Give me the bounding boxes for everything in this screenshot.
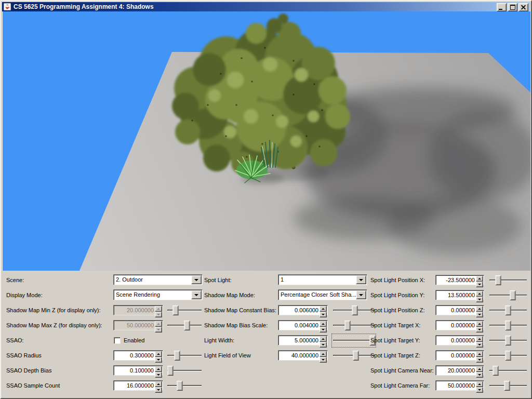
close-icon [521, 5, 526, 10]
spinner-down-button[interactable] [476, 282, 483, 287]
app-window: CS 5625 Programming Assignment 4: Shadow… [0, 0, 532, 399]
slider-thumb[interactable] [495, 275, 501, 285]
slider-thumb[interactable] [504, 381, 510, 391]
spinner-down-button[interactable] [476, 297, 483, 302]
slider-thumb[interactable] [506, 305, 511, 315]
slider-thumb[interactable] [506, 321, 511, 330]
spinner-up-button[interactable] [476, 381, 483, 387]
control-label: Spot Light Position Y: [370, 288, 424, 303]
slider-thumb[interactable] [510, 290, 515, 300]
spinner-down-button[interactable] [476, 357, 483, 363]
spinner-value: 0.000000 [437, 351, 475, 360]
spinner-down-button[interactable] [476, 312, 483, 317]
slider-thumb[interactable] [506, 351, 511, 361]
spinner-value: 13.500000 [437, 290, 475, 300]
spot-light-camera-far-slider[interactable] [489, 380, 527, 391]
spot-light-position-y-slider[interactable] [489, 290, 527, 301]
spinner-down-button[interactable] [476, 342, 483, 348]
control-row: Spot Light Target X: 0.000000 [2, 318, 530, 333]
spinner-up-button[interactable] [476, 321, 483, 327]
spinner-up-button[interactable] [476, 336, 483, 342]
control-label: Spot Light Target X: [370, 318, 420, 333]
spinner-value: 0.000000 [437, 336, 475, 345]
slider-track [489, 295, 527, 296]
spinner-up-button[interactable] [476, 366, 483, 372]
control-label: Spot Light Target Z: [370, 348, 420, 363]
java-coffee-cup-icon [4, 3, 11, 10]
spinner-up-button[interactable] [476, 306, 483, 312]
spot-light-position-y-spinner[interactable]: 13.500000 [435, 290, 484, 300]
spot-light-target-z-slider[interactable] [489, 350, 527, 361]
control-label: Spot Light Camera Near: [370, 363, 434, 378]
spinner-value: 0.000000 [437, 321, 475, 330]
spinner-down-button[interactable] [476, 387, 483, 393]
maximize-icon [510, 5, 515, 10]
control-row: Spot Light Camera Far: 50.000000 [2, 378, 530, 393]
spot-light-target-x-slider[interactable] [489, 320, 527, 331]
spinner-value: 20.000000 [437, 366, 475, 375]
minimize-icon [499, 9, 502, 10]
spot-light-position-z-slider[interactable] [489, 305, 527, 316]
control-label: Spot Light Position X: [370, 273, 425, 288]
control-row: Spot Light Camera Near: 20.000000 [2, 363, 530, 378]
spot-light-target-x-spinner[interactable]: 0.000000 [435, 320, 484, 330]
spot-light-camera-near-slider[interactable] [489, 365, 527, 376]
scene-viewport[interactable] [2, 11, 530, 271]
control-label: Spot Light Camera Far: [370, 378, 430, 393]
minimize-button[interactable] [497, 3, 507, 11]
control-label: Spot Light Position Z: [370, 303, 425, 318]
spinner-up-button[interactable] [476, 291, 483, 297]
spot-light-position-x-spinner[interactable]: -23.500000 [435, 275, 484, 285]
spinner-up-button[interactable] [476, 276, 483, 282]
control-row: Spot Light Target Y: 0.000000 [2, 333, 530, 348]
rendered-scene [3, 11, 530, 271]
spot-light-target-y-slider[interactable] [489, 335, 527, 346]
spinner-down-button[interactable] [476, 372, 483, 378]
slider-thumb[interactable] [506, 336, 511, 345]
spinner-down-button[interactable] [476, 327, 483, 332]
maximize-button[interactable] [508, 3, 517, 11]
spot-light-camera-near-spinner[interactable]: 20.000000 [435, 365, 484, 376]
spot-light-position-z-spinner[interactable]: 0.000000 [435, 305, 484, 315]
spinner-value: 0.000000 [437, 305, 475, 315]
spot-light-target-y-spinner[interactable]: 0.000000 [435, 335, 484, 345]
control-label: Spot Light Target Y: [370, 333, 420, 348]
spot-light-target-z-spinner[interactable]: 0.000000 [435, 350, 484, 361]
spinner-value: -23.500000 [437, 275, 475, 285]
slider-thumb[interactable] [493, 366, 499, 376]
title-bar[interactable]: CS 5625 Programming Assignment 4: Shadow… [2, 2, 530, 11]
spinner-up-button[interactable] [476, 351, 483, 357]
spinner-value: 50.000000 [437, 381, 475, 390]
close-button[interactable] [518, 3, 528, 11]
window-controls [496, 3, 528, 11]
window-title: CS 5625 Programming Assignment 4: Shadow… [14, 3, 154, 10]
control-row: Spot Light Position Y: 13.500000 [2, 288, 530, 303]
control-row: Spot Light Target Z: 0.000000 [2, 348, 530, 363]
control-row: Spot Light Position Z: 0.000000 [2, 303, 530, 318]
control-panel: Scene: 2. Outdoor Display Mode: Scene Re… [2, 271, 530, 397]
spot-light-position-x-slider[interactable] [489, 275, 527, 286]
control-row: Spot Light Position X: -23.500000 [2, 273, 530, 288]
spot-light-camera-far-spinner[interactable]: 50.000000 [435, 380, 484, 391]
